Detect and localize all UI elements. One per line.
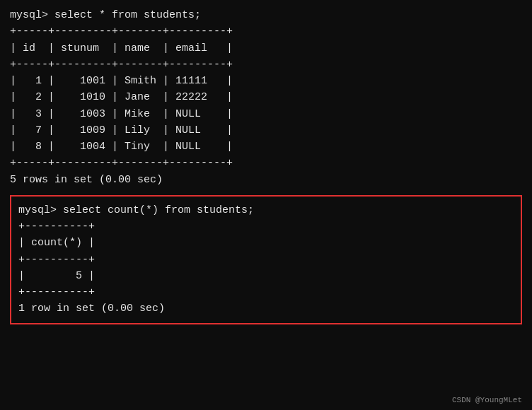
terminal-line: 5 rows in set (0.00 sec) bbox=[10, 172, 522, 188]
terminal-window: mysql> select * from students;+-----+---… bbox=[0, 0, 532, 410]
watermark-label: CSDN @YoungMLet bbox=[452, 396, 522, 404]
terminal-line: mysql> select count(*) from students; bbox=[18, 202, 514, 218]
terminal-line: +-----+---------+-------+---------+ bbox=[10, 23, 522, 40]
terminal-line: 1 row in set (0.00 sec) bbox=[18, 300, 514, 317]
terminal-line: +----------+ bbox=[18, 284, 514, 300]
terminal-line: | 8 | 1004 | Tiny | NULL | bbox=[10, 139, 522, 155]
terminal-line: | 1 | 1001 | Smith | 11111 | bbox=[10, 73, 522, 89]
terminal-line: mysql> select * from students; bbox=[10, 7, 522, 23]
terminal-line: | 5 | bbox=[18, 268, 514, 284]
top-query-section: mysql> select * from students;+-----+---… bbox=[10, 7, 522, 192]
terminal-line: +-----+---------+-------+---------+ bbox=[10, 155, 522, 171]
bottom-query-section: mysql> select count(*) from students;+--… bbox=[10, 195, 522, 324]
terminal-line: | 7 | 1009 | Lily | NULL | bbox=[10, 122, 522, 139]
terminal-line: | count(*) | bbox=[18, 235, 514, 251]
terminal-line: | 2 | 1010 | Jane | 22222 | bbox=[10, 89, 522, 105]
terminal-line: | id | stunum | name | email | bbox=[10, 40, 522, 57]
terminal-line: +-----+---------+-------+---------+ bbox=[10, 57, 522, 73]
terminal-line: +----------+ bbox=[18, 218, 514, 235]
terminal-line: +----------+ bbox=[18, 252, 514, 268]
terminal-line: | 3 | 1003 | Mike | NULL | bbox=[10, 106, 522, 122]
